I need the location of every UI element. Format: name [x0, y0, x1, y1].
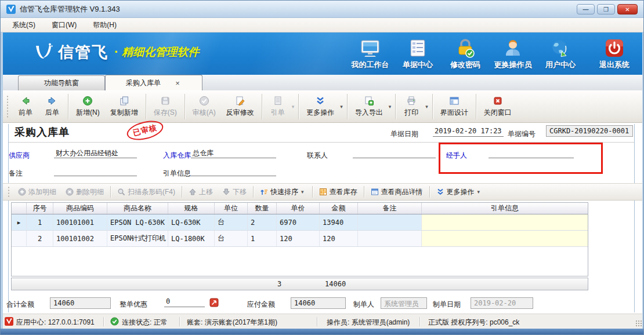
arrow-left-icon: [20, 96, 31, 106]
doc-date-field[interactable]: 2019-02-20 17:23: [433, 126, 504, 137]
save-button[interactable]: 保存(S): [149, 92, 182, 121]
arrow-up-gray-icon: [189, 188, 197, 196]
banner-action-label: 退出系统: [599, 60, 629, 70]
total-amount-label: 合计金额: [6, 300, 34, 309]
banner-action-change-password[interactable]: 修改密码: [440, 38, 491, 70]
move-down-button[interactable]: 下移: [218, 185, 251, 199]
toolbar-grip[interactable]: [8, 186, 10, 198]
audit-check-icon: [199, 96, 209, 106]
app-logo-icon: [6, 5, 16, 14]
toolbar-grip[interactable]: [6, 95, 9, 118]
ref-doc-button[interactable]: 引单: [265, 92, 291, 121]
cell-unit: 台: [215, 231, 248, 246]
remark-field[interactable]: [54, 165, 137, 176]
menu-help[interactable]: 帮助(H): [85, 19, 125, 32]
column-header[interactable]: 规格: [168, 203, 215, 214]
supplier-label: 供应商: [9, 151, 30, 161]
dropdown-arrow-icon[interactable]: ▾: [477, 189, 480, 195]
import-export-button[interactable]: 导入导出: [350, 92, 388, 121]
sort-icon: [260, 188, 268, 196]
ref-info-field[interactable]: [191, 165, 276, 176]
banner-action-switch-operator[interactable]: 更换操作员: [487, 38, 538, 70]
audit-button[interactable]: 审核(A): [187, 92, 221, 121]
tab-nav-panel[interactable]: 功能导航窗: [18, 75, 105, 90]
banner-action-doc-center[interactable]: 单据中心: [392, 38, 443, 70]
dropdown-arrow-icon[interactable]: ▾: [389, 104, 392, 110]
column-header[interactable]: 序号: [27, 203, 53, 214]
table-row[interactable]: ▶ 1 100101001 EPSON LQ-630K LQ-630K 台 2 …: [12, 214, 588, 231]
banner: 信管飞 · 精细化管理软件 我的工作台 单据中心 修改密码 更: [1, 32, 644, 75]
brand-dot: ·: [114, 45, 118, 60]
column-header[interactable]: 商品名称: [107, 203, 168, 214]
cell-spec: LQ-630K: [168, 214, 215, 230]
copy-new-button[interactable]: 复制新增: [105, 92, 143, 121]
more-actions-button[interactable]: 更多操作: [301, 92, 339, 121]
tab-purchase-receipt[interactable]: 采购入库单 ×: [105, 75, 202, 90]
cell-no: 1: [27, 214, 53, 230]
brand-mark-icon: [32, 42, 53, 63]
summary-qty-total: 3: [277, 280, 281, 288]
minimize-icon: —: [583, 6, 589, 13]
status-license: 正式版 授权序列号: pc006_ck: [428, 318, 519, 327]
button-label: 快速排序: [270, 187, 298, 197]
button-label: 复制新增: [110, 108, 138, 118]
menu-bar: 系统(S) 窗口(W) 帮助(H): [1, 18, 644, 32]
view-stock-button[interactable]: 查看库存: [314, 185, 362, 199]
magnifier-gray-icon: [117, 188, 125, 196]
unaudit-button[interactable]: 反审修改: [221, 92, 259, 121]
discount-field[interactable]: 0: [164, 296, 205, 307]
menu-window[interactable]: 窗口(W): [44, 19, 85, 32]
column-header[interactable]: 引单信息: [422, 203, 588, 214]
banner-action-label: 单据中心: [403, 60, 433, 70]
payable-amount-field: 14060: [291, 297, 346, 309]
maximize-button[interactable]: ❐: [597, 4, 615, 14]
cell-price: 120: [277, 231, 320, 246]
minimize-button[interactable]: —: [577, 4, 595, 14]
document-icon: [273, 96, 283, 106]
scan-barcode-button[interactable]: 扫描条形码(F4): [113, 185, 180, 199]
contact-field[interactable]: [353, 147, 436, 158]
close-window-button[interactable]: 关闭窗口: [479, 92, 517, 121]
button-label: 导入导出: [355, 108, 383, 118]
discount-adjust-button[interactable]: [209, 298, 219, 307]
banner-action-workbench[interactable]: 我的工作台: [345, 38, 396, 70]
doc-no-field: CGRKD-20190220-0001: [546, 125, 633, 137]
supplier-field[interactable]: 财大办公用品经销处: [54, 147, 137, 158]
column-header[interactable]: 数量: [248, 203, 277, 214]
button-label: 后单: [45, 108, 59, 118]
tab-close-icon[interactable]: ×: [173, 79, 182, 87]
ui-design-button[interactable]: 界面设计: [435, 92, 473, 121]
arrow-down-gray-icon: [222, 188, 230, 196]
tab-label: 功能导航窗: [44, 78, 79, 88]
app-window: 信管飞仓库管理软件 V9.1.343 — ❐ ✕ 系统(S) 窗口(W) 帮助(…: [0, 0, 644, 335]
banner-action-exit[interactable]: 退出系统: [589, 38, 640, 70]
column-header[interactable]: 单位: [215, 203, 248, 214]
quick-sort-button[interactable]: 快速排序 ▾: [255, 185, 310, 199]
delete-line-button[interactable]: 删除明细: [61, 185, 108, 199]
next-doc-button[interactable]: 后单: [39, 92, 66, 121]
table-row[interactable]: 2 100101002 EPSON针式打印机 LQ-1800K 台 1 120 …: [12, 231, 588, 247]
lock-check-icon: [455, 38, 476, 59]
close-button[interactable]: ✕: [617, 4, 638, 14]
dropdown-arrow-icon[interactable]: ▾: [340, 104, 343, 110]
move-up-button[interactable]: 上移: [184, 185, 218, 199]
tab-label: 采购入库单: [126, 78, 161, 88]
view-product-detail-button[interactable]: 查看商品详情: [366, 185, 428, 199]
column-header[interactable]: 金额: [320, 203, 358, 214]
dropdown-arrow-icon[interactable]: ▾: [425, 104, 428, 110]
dropdown-arrow-icon[interactable]: ▾: [301, 189, 304, 195]
menu-system[interactable]: 系统(S): [4, 19, 44, 32]
print-button[interactable]: 打印: [398, 92, 425, 121]
dropdown-arrow-icon[interactable]: ▾: [292, 104, 295, 110]
column-header[interactable]: 单价: [277, 203, 320, 214]
prev-doc-button[interactable]: 前单: [12, 92, 39, 121]
warehouse-field[interactable]: 总仓库: [191, 147, 276, 158]
more-detail-actions-button[interactable]: 更多操作 ▾: [432, 185, 487, 199]
column-header[interactable]: 备注: [358, 203, 422, 214]
banner-action-user-center[interactable]: 用户中心: [535, 38, 586, 70]
add-line-button[interactable]: 添加明细: [13, 185, 61, 199]
cell-ref: [422, 231, 588, 246]
column-header[interactable]: 商品编码: [53, 203, 107, 214]
resize-grip[interactable]: [635, 320, 642, 327]
add-new-button[interactable]: 新增(N): [71, 92, 105, 121]
